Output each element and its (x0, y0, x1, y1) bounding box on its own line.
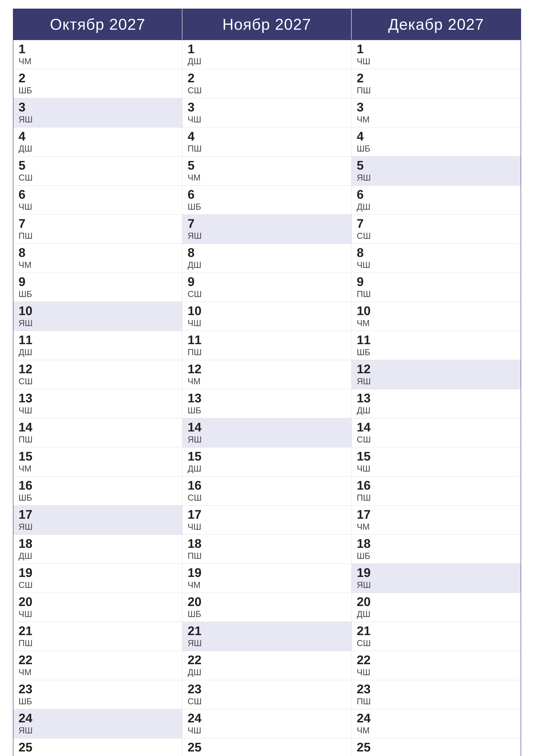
day-number: 2 (188, 72, 346, 84)
day-abbr: ЯШ (357, 173, 516, 183)
day-abbr: ДШ (188, 463, 346, 474)
day-row: 4ПШ (182, 127, 351, 156)
day-row: 6ДШ (352, 186, 521, 215)
day-abbr: ЯШ (18, 114, 177, 124)
day-number: 6 (357, 188, 516, 201)
day-number: 6 (18, 188, 177, 201)
day-number: 10 (18, 305, 177, 317)
october-header: Октябр 2027 (13, 9, 182, 40)
day-row: 22ЧМ (13, 651, 182, 680)
day-number: 22 (188, 654, 346, 666)
day-number: 18 (188, 537, 346, 550)
day-abbr: ДШ (18, 551, 177, 561)
day-row: 22ЧШ (352, 651, 521, 680)
day-row: 14ЯШ (182, 418, 351, 447)
day-row: 21СШ (352, 622, 521, 651)
day-number: 19 (357, 566, 516, 579)
day-number: 15 (18, 450, 177, 463)
day-number: 13 (357, 392, 516, 404)
day-abbr: ПШ (357, 85, 516, 95)
day-row: 14СШ (352, 418, 521, 447)
day-row: 19ЧМ (182, 564, 351, 593)
day-row: 3ЧШ (182, 98, 351, 127)
day-row: 2СШ (182, 69, 351, 98)
day-number: 24 (357, 712, 516, 724)
day-number: 4 (188, 130, 346, 143)
day-number: 17 (18, 508, 177, 521)
day-abbr: ЧШ (188, 114, 346, 124)
day-abbr: ШБ (357, 143, 516, 154)
day-number: 8 (18, 246, 177, 259)
day-abbr: ДШ (357, 405, 516, 416)
day-number: 20 (18, 595, 177, 608)
december-header: Декабр 2027 (352, 9, 521, 40)
day-abbr: ЧМ (188, 376, 346, 387)
day-number: 22 (18, 654, 177, 666)
day-abbr: ЧМ (18, 463, 177, 474)
day-abbr: ШБ (357, 551, 516, 561)
day-row: 25ДШ (13, 738, 182, 756)
day-row: 13ЧШ (13, 389, 182, 418)
day-number: 15 (188, 450, 346, 463)
day-abbr: ЧМ (18, 667, 177, 677)
day-number: 9 (18, 275, 177, 288)
day-row: 12ЯШ (352, 360, 521, 389)
day-number: 3 (188, 101, 346, 113)
day-row: 21ЯШ (182, 622, 351, 651)
day-row: 15ЧШ (352, 447, 521, 476)
day-number: 8 (188, 246, 346, 259)
day-abbr: ЯШ (188, 638, 346, 648)
day-row: 15ЧМ (13, 447, 182, 476)
day-number: 7 (18, 217, 177, 230)
day-row: 24ЯШ (13, 709, 182, 738)
day-abbr: ЧМ (357, 114, 516, 124)
day-row: 11ДШ (13, 331, 182, 360)
day-row: 9ПШ (352, 273, 521, 302)
day-number: 24 (188, 712, 346, 724)
days-grid: 1ЧМ2ШБ3ЯШ4ДШ5СШ6ЧШ7ПШ8ЧМ9ШБ10ЯШ11ДШ12СШ1… (13, 40, 521, 756)
day-number: 20 (357, 595, 516, 608)
day-number: 17 (357, 508, 516, 521)
day-row: 16ПШ (352, 476, 521, 505)
day-abbr: ПШ (357, 696, 516, 706)
day-number: 5 (357, 159, 516, 172)
day-row: 2ПШ (352, 69, 521, 98)
day-row: 16СШ (182, 476, 351, 505)
day-abbr: ШБ (357, 347, 516, 357)
day-number: 4 (357, 130, 516, 143)
day-row: 12СШ (13, 360, 182, 389)
day-row: 17ЯШ (13, 505, 182, 535)
day-row: 24ЧШ (182, 709, 351, 738)
december-column: 1ЧШ2ПШ3ЧМ4ШБ5ЯШ6ДШ7СШ8ЧШ9ПШ10ЧМ11ШБ12ЯШ1… (352, 40, 521, 756)
day-abbr: ЧМ (188, 580, 346, 590)
day-row: 1ЧШ (352, 40, 521, 69)
day-number: 23 (188, 683, 346, 695)
day-row: 16ШБ (13, 476, 182, 505)
day-abbr: ШБ (18, 696, 177, 706)
day-row: 1ДШ (182, 40, 351, 69)
day-number: 3 (18, 101, 177, 113)
day-abbr: ЧШ (357, 56, 516, 67)
day-row: 4ШБ (352, 127, 521, 156)
day-abbr: ШБ (188, 609, 346, 619)
day-number: 1 (18, 43, 177, 55)
day-abbr: СШ (18, 580, 177, 590)
day-number: 4 (18, 130, 177, 143)
day-number: 6 (188, 188, 346, 201)
day-abbr: СШ (18, 376, 177, 387)
day-abbr: ЯШ (18, 725, 177, 736)
day-number: 11 (188, 334, 346, 346)
day-abbr: ЧШ (188, 318, 346, 328)
day-abbr: ЧШ (188, 725, 346, 736)
day-abbr: ПШ (188, 754, 346, 756)
day-number: 10 (357, 305, 516, 317)
day-row: 23ШБ (13, 680, 182, 709)
day-number: 25 (188, 741, 346, 753)
day-row: 8ЧШ (352, 244, 521, 273)
day-abbr: ЧШ (357, 260, 516, 270)
day-row: 9ШБ (13, 273, 182, 302)
day-row: 6ЧШ (13, 186, 182, 215)
day-abbr: ПШ (18, 230, 177, 241)
day-number: 7 (357, 217, 516, 230)
day-abbr: ДШ (188, 56, 346, 67)
